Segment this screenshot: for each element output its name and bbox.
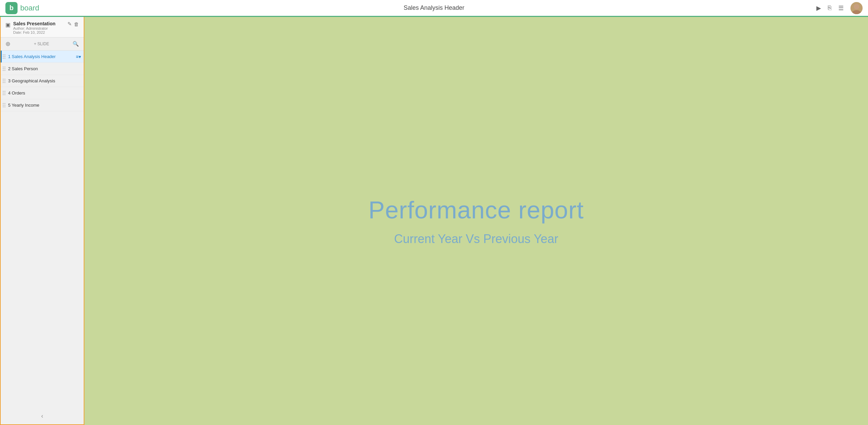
presentation-date: Date: Feb 10, 2022 — [13, 30, 55, 34]
main-slide-content: Performance report Current Year Vs Previ… — [84, 17, 868, 425]
sidebar-header: ▣ Sales Presentation Author: Administrat… — [1, 17, 84, 37]
slide-item-1[interactable]: 1 Sales Analysis Header ≡▾ — [1, 51, 84, 63]
sidebar: ▣ Sales Presentation Author: Administrat… — [0, 17, 84, 425]
slide-list: 1 Sales Analysis Header ≡▾ 2 Sales Perso… — [1, 51, 84, 424]
drag-handle-3[interactable] — [2, 78, 6, 84]
logo-text: board — [20, 4, 39, 12]
slide-label-5: 5 Yearly Income — [8, 103, 76, 108]
slide-label-2: 2 Sales Person — [8, 66, 76, 71]
active-bar — [1, 51, 2, 62]
slide-main-title: Performance report — [369, 196, 584, 224]
topbar-actions: ▶ ⎘ ☰ — [816, 2, 863, 14]
slide-item-5[interactable]: 5 Yearly Income ≡▾ — [1, 99, 84, 111]
drag-handle-1[interactable] — [2, 54, 6, 59]
topbar: b board Sales Analysis Header ▶ ⎘ ☰ — [0, 0, 868, 17]
add-slide-button[interactable]: + SLIDE — [34, 42, 49, 46]
slide-label-4: 4 Orders — [8, 90, 76, 96]
presentation-icon: ▣ — [5, 22, 10, 28]
slide-item-3[interactable]: 3 Geographical Analysis ≡▾ — [1, 75, 84, 87]
slide-label-1: 1 Sales Analysis Header — [8, 54, 76, 59]
layout: ▣ Sales Presentation Author: Administrat… — [0, 17, 868, 425]
edit-icon[interactable]: ✎ — [67, 21, 72, 27]
delete-icon[interactable]: 🗑 — [74, 21, 79, 27]
drag-handle-2[interactable] — [2, 66, 6, 72]
sidebar-toolbar: ⊕ + SLIDE 🔍 — [1, 37, 84, 51]
presentation-author: Author: Administrator — [13, 26, 55, 30]
sidebar-collapse-button[interactable]: ‹ — [41, 413, 43, 420]
slide-label-3: 3 Geographical Analysis — [8, 78, 76, 83]
drag-handle-4[interactable] — [2, 90, 6, 96]
presentation-details: Sales Presentation Author: Administrator… — [13, 21, 55, 34]
drag-handle-5[interactable] — [2, 102, 6, 108]
svg-point-0 — [854, 4, 859, 9]
add-icon[interactable]: ⊕ — [5, 40, 10, 48]
search-icon[interactable]: 🔍 — [73, 41, 79, 47]
slide-item-4[interactable]: 4 Orders ≡▾ — [1, 87, 84, 99]
presentation-info: ▣ Sales Presentation Author: Administrat… — [5, 21, 55, 34]
logo: b board — [5, 2, 39, 14]
menu-icon[interactable]: ☰ — [838, 4, 844, 12]
share-icon[interactable]: ⎘ — [828, 4, 832, 11]
slide-item-2[interactable]: 2 Sales Person ≡▾ — [1, 63, 84, 75]
sidebar-header-top: ▣ Sales Presentation Author: Administrat… — [5, 21, 79, 34]
svg-point-1 — [852, 10, 861, 14]
slide-menu-1[interactable]: ≡▾ — [76, 54, 81, 59]
play-icon[interactable]: ▶ — [816, 4, 821, 12]
avatar[interactable] — [850, 2, 863, 14]
topbar-title: Sales Analysis Header — [404, 4, 464, 11]
sidebar-header-actions: ✎ 🗑 — [67, 21, 79, 27]
logo-icon: b — [5, 2, 18, 14]
slide-main-subtitle: Current Year Vs Previous Year — [394, 232, 558, 246]
presentation-title: Sales Presentation — [13, 21, 55, 26]
